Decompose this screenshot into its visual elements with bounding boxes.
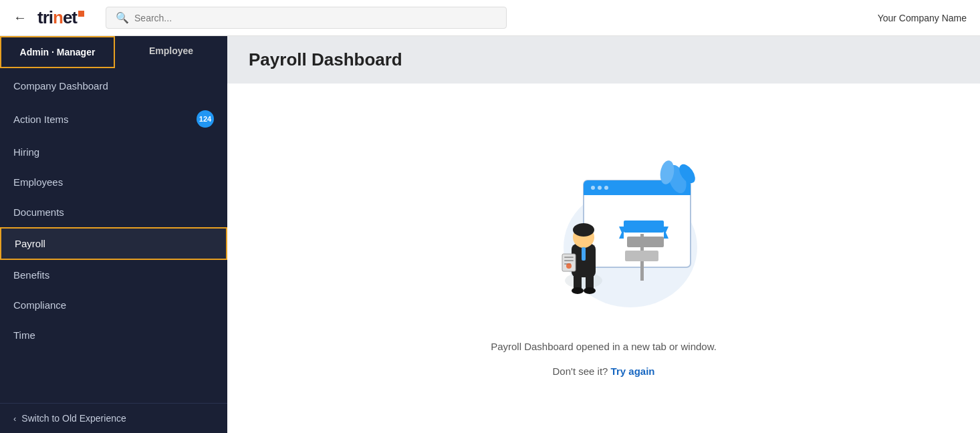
tab-employee[interactable]: Employee bbox=[115, 36, 227, 68]
sidebar: Admin · Manager Employee Company Dashboa… bbox=[0, 36, 227, 433]
search-input[interactable] bbox=[134, 13, 497, 23]
action-items-badge: 124 bbox=[197, 110, 214, 128]
logo-accent bbox=[78, 11, 84, 17]
payroll-illustration bbox=[497, 140, 711, 327]
page-header: Payroll Dashboard bbox=[227, 36, 980, 84]
svg-point-29 bbox=[566, 263, 572, 269]
chevron-left-icon: ‹ bbox=[13, 414, 16, 424]
back-button[interactable]: ← bbox=[13, 10, 27, 25]
search-icon: 🔍 bbox=[116, 11, 129, 24]
try-again-link[interactable]: Try again bbox=[611, 366, 655, 377]
nav-list: Company Dashboard Action Items 124 Hirin… bbox=[0, 68, 227, 403]
sidebar-item-documents[interactable]: Documents bbox=[0, 197, 227, 227]
svg-rect-8 bbox=[624, 221, 664, 233]
logo-et: et bbox=[63, 7, 77, 27]
top-header: ← trinet 🔍 Your Company Name bbox=[0, 0, 980, 36]
tab-admin-manager[interactable]: Admin · Manager bbox=[0, 36, 115, 68]
illustration-container: Payroll Dashboard opened in a new tab or… bbox=[491, 140, 717, 377]
svg-rect-27 bbox=[564, 260, 574, 261]
sidebar-item-company-dashboard[interactable]: Company Dashboard bbox=[0, 71, 227, 101]
layout: Admin · Manager Employee Company Dashboa… bbox=[0, 36, 980, 433]
svg-rect-20 bbox=[582, 247, 586, 261]
logo: trinet bbox=[37, 7, 84, 28]
logo-tri: tri bbox=[37, 7, 53, 27]
sidebar-item-benefits[interactable]: Benefits bbox=[0, 260, 227, 290]
svg-rect-25 bbox=[562, 254, 576, 271]
svg-point-5 bbox=[598, 186, 602, 190]
svg-rect-26 bbox=[564, 257, 574, 258]
sidebar-item-action-items[interactable]: Action Items 124 bbox=[0, 101, 227, 137]
sidebar-item-time[interactable]: Time bbox=[0, 320, 227, 350]
search-bar[interactable]: 🔍 bbox=[106, 7, 507, 29]
svg-rect-10 bbox=[625, 251, 658, 261]
svg-point-23 bbox=[572, 287, 584, 294]
page-title: Payroll Dashboard bbox=[249, 49, 959, 70]
sidebar-item-hiring[interactable]: Hiring bbox=[0, 137, 227, 167]
logo-dot: n bbox=[53, 7, 63, 27]
switch-old-experience-button[interactable]: ‹ Switch to Old Experience bbox=[0, 403, 227, 433]
logo-text: trinet bbox=[37, 7, 77, 28]
sidebar-item-employees[interactable]: Employees bbox=[0, 167, 227, 197]
content-area: Payroll Dashboard opened in a new tab or… bbox=[227, 84, 980, 433]
main-content: Payroll Dashboard bbox=[227, 36, 980, 433]
try-again-line: Don't see it? Try again bbox=[553, 366, 655, 377]
svg-rect-9 bbox=[627, 237, 664, 247]
role-tabs: Admin · Manager Employee bbox=[0, 36, 227, 68]
svg-point-24 bbox=[584, 287, 596, 294]
message-text: Payroll Dashboard opened in a new tab or… bbox=[491, 341, 717, 352]
svg-point-4 bbox=[591, 186, 595, 190]
svg-point-19 bbox=[573, 223, 594, 237]
sidebar-item-compliance[interactable]: Compliance bbox=[0, 290, 227, 320]
company-name: Your Company Name bbox=[878, 13, 967, 23]
sidebar-item-payroll[interactable]: Payroll bbox=[0, 227, 227, 260]
svg-point-6 bbox=[604, 186, 608, 190]
